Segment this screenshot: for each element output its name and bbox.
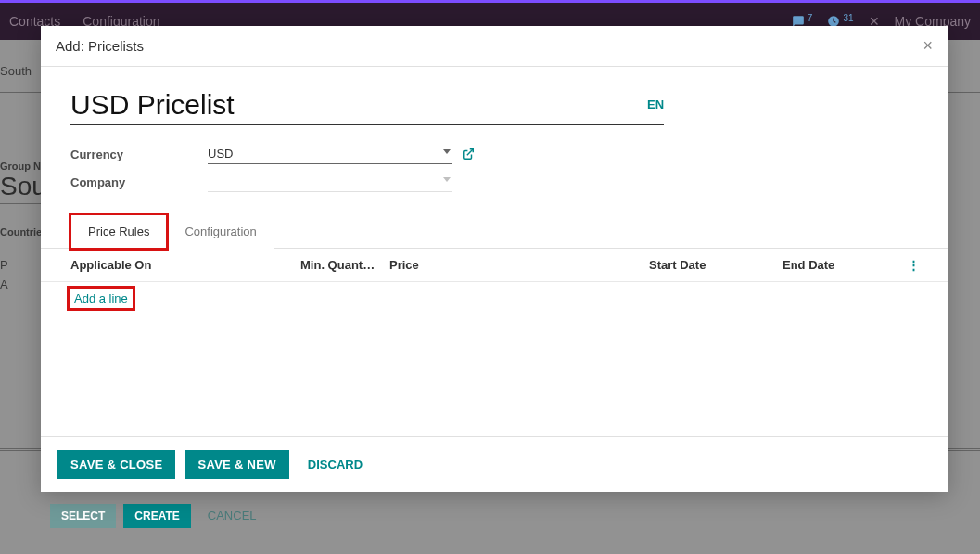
modal-header: Add: Pricelists ×: [41, 26, 948, 67]
company-label: Company: [70, 175, 208, 189]
modal-dialog: Add: Pricelists × EN Currency Company: [41, 26, 948, 492]
bg-create-button[interactable]: CREATE: [123, 504, 190, 528]
price-rules-table: Applicable On Min. Quant… Price Start Da…: [41, 248, 948, 436]
th-price: Price: [389, 258, 649, 272]
bg-cancel-button[interactable]: CANCEL: [198, 503, 266, 528]
currency-label: Currency: [70, 148, 208, 161]
messages-count: 7: [808, 13, 813, 23]
company-select[interactable]: [208, 172, 452, 192]
th-applicable-on: Applicable On: [70, 258, 300, 272]
pricelist-name-input[interactable]: [70, 89, 664, 125]
column-menu-icon[interactable]: ⋮: [903, 258, 918, 272]
save-and-new-button[interactable]: SAVE & NEW: [185, 450, 288, 479]
activities-count: 31: [843, 13, 853, 23]
th-start-date: Start Date: [649, 258, 783, 272]
th-end-date: End Date: [783, 258, 903, 272]
bg-select-button[interactable]: SELECT: [50, 504, 116, 528]
discard-button[interactable]: DISCARD: [299, 450, 372, 479]
tab-price-rules[interactable]: Price Rules: [70, 214, 167, 249]
external-link-icon[interactable]: [462, 148, 475, 161]
add-a-line-link[interactable]: Add a line: [70, 290, 132, 307]
language-badge[interactable]: EN: [647, 97, 664, 111]
svg-line-1: [467, 149, 473, 155]
modal-title: Add: Pricelists: [56, 38, 144, 54]
modal-footer: SAVE & CLOSE SAVE & NEW DISCARD: [41, 436, 948, 492]
close-icon[interactable]: ×: [923, 36, 933, 56]
tab-configuration[interactable]: Configuration: [167, 214, 274, 249]
currency-select[interactable]: [208, 144, 452, 164]
th-min-quantity: Min. Quant…: [300, 258, 389, 272]
save-and-close-button[interactable]: SAVE & CLOSE: [57, 450, 175, 479]
tabs-bar: Price Rules Configuration: [70, 214, 918, 249]
